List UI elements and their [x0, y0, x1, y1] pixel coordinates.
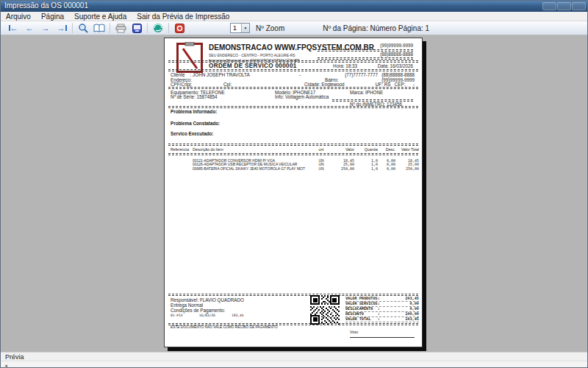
items-header-ref: Referencia	[171, 147, 189, 152]
visto-line: Visto	[350, 330, 422, 339]
chevron-down-icon	[241, 24, 249, 32]
menu-bar: Arquivo Página Suporte e Ajuda Sair da P…	[1, 12, 588, 21]
last-page-button[interactable]	[54, 22, 69, 34]
horizontal-scrollbar[interactable]	[1, 361, 588, 368]
zoom-button[interactable]	[76, 22, 90, 34]
export-button[interactable]	[151, 22, 165, 34]
zoom-label: Nº Zoom	[256, 24, 284, 32]
total-value: 0,00	[410, 302, 420, 306]
items-header-desc: Descrição do Item	[193, 147, 223, 152]
items-header-desc-col: Desc.	[379, 147, 395, 152]
print-setup-icon	[132, 24, 142, 33]
export-globe-icon	[153, 23, 163, 33]
preview-area: DEMONSTRACAO WWW.FPQSYSTEM.COM.BR SEU EN…	[1, 35, 588, 352]
section-problema-constatado: Problema Constatado:	[171, 121, 220, 126]
items-header-row: Referencia Descrição do Item uni Valor Q…	[165, 147, 422, 152]
item-uni: UN	[315, 166, 328, 171]
zoom-select-value: 1	[231, 24, 241, 32]
client-cidade: Cidade: Englewood	[304, 82, 345, 87]
total-label: VALOR TOTAL :	[345, 317, 380, 322]
magnifier-icon	[78, 23, 88, 33]
footer-pagamento: 01-PIX 16/03/26 193,45	[171, 314, 244, 317]
previous-page-button[interactable]	[22, 22, 37, 34]
company-phone-1: (99)99999-9999	[380, 43, 413, 48]
qr-code	[310, 295, 340, 325]
previous-page-icon	[26, 24, 34, 32]
item-desconto: 0,00	[379, 166, 395, 171]
print-setup-button[interactable]	[129, 22, 144, 34]
order-date: Data: 16/03/2026	[378, 63, 413, 68]
status-bar: Prévia	[1, 352, 588, 361]
print-preview-window: Impressão da OS 000001 Arquivo Página Su…	[0, 0, 588, 368]
item-row: 00685-BATERIA OFICIAL SKAIKY JE40 MOTORO…	[165, 166, 422, 171]
last-page-icon	[57, 24, 67, 32]
order-time: Hora: 18:33	[333, 63, 357, 68]
equip-info: Info: Voltagem Automática	[275, 94, 329, 99]
menu-pagina[interactable]: Página	[36, 12, 69, 21]
item-desc: 00685-BATERIA OFICIAL SKAIKY JE40 MOTORO…	[193, 166, 305, 171]
print-button[interactable]	[113, 22, 128, 34]
item-valor: 250,00	[328, 166, 354, 171]
toolbar: 1 Nº Zoom Nº da Página: Número Página: 1	[1, 21, 588, 35]
visto-label: Visto	[350, 330, 358, 334]
item-quantia: 1,0	[356, 166, 378, 171]
company-phone-2: (88)88888-8888	[380, 52, 413, 57]
order-title: ORDEM DE SERVICO 000001	[209, 63, 297, 69]
first-page-icon	[9, 24, 18, 32]
equip-serie: Nº de Série: 15874854	[171, 94, 218, 99]
zoom-select[interactable]: 1	[230, 23, 250, 33]
next-page-button[interactable]	[38, 22, 53, 34]
window-title: Impressão da OS 000001	[4, 1, 88, 10]
two-page-view-button[interactable]	[92, 22, 107, 34]
items-header-valor: Valor	[328, 147, 354, 152]
footer-condicoes: Condições de Pagamento:	[171, 308, 225, 313]
maximize-button[interactable]	[557, 2, 571, 10]
exit-icon	[175, 24, 184, 33]
footer-entrega: Entrega Normal	[171, 302, 203, 308]
first-page-button[interactable]	[6, 22, 21, 34]
menu-arquivo[interactable]: Arquivo	[1, 12, 36, 21]
equip-marca: Marca: IPHONE	[350, 90, 383, 95]
footer-note: ESTE DOCUMENTO NÃO VALE COMO RECIBO DE P…	[171, 325, 278, 329]
company-address: SEU ENDERECO - CENTRO - PORTO ALEGRE-RS	[209, 53, 295, 57]
open-book-icon	[93, 24, 105, 33]
printer-icon	[115, 24, 126, 33]
exit-preview-button[interactable]	[172, 22, 187, 34]
title-bar: Impressão da OS 000001	[1, 1, 588, 12]
client-cpl-label: Cpl:	[223, 82, 232, 87]
item-total: 250,00	[397, 166, 419, 171]
next-page-icon	[42, 24, 50, 32]
menu-suporte[interactable]: Suporte e Ajuda	[69, 12, 132, 21]
minimize-button[interactable]	[542, 2, 556, 10]
footer-responsavel: Responsável: FLAVIO QUADRADO	[171, 297, 244, 302]
total-label: VALOR SERVICOS:	[345, 302, 380, 306]
total-value: 193,45	[405, 317, 419, 322]
status-label: Prévia	[5, 353, 24, 361]
scroll-left-arrow-icon[interactable]	[2, 362, 10, 368]
total-value: 100,00	[405, 312, 419, 316]
document-page: DEMONSTRACAO WWW.FPQSYSTEM.COM.BR SEU EN…	[164, 38, 423, 347]
total-label: DESCONTO :	[345, 312, 380, 316]
section-servico-executado: Servico Executado:	[171, 131, 213, 136]
page-number-label: Nº da Página: Número Página: 1	[323, 24, 429, 32]
items-header-uni: uni	[315, 147, 328, 152]
total-value: 0,00	[410, 307, 420, 311]
client-uf-cep: UF: RS CEP: -	[376, 82, 415, 87]
client-cpf-label: CPF/Cnpj:	[171, 82, 192, 87]
totals-block: VALOR PRODUTOS:293,45 VALOR SERVICOS:0,0…	[345, 297, 419, 322]
items-header-total: Valor Total	[397, 147, 419, 152]
items-header-quantia: Quantia	[356, 147, 378, 152]
section-problema-informado: Problema Informado:	[171, 109, 217, 114]
total-label: DESLOCAMENTO :	[345, 307, 380, 311]
close-button[interactable]	[572, 2, 586, 10]
menu-sair-previa[interactable]: Sair da Prévia de Impressão	[132, 12, 234, 21]
client-dash: -	[299, 72, 301, 77]
